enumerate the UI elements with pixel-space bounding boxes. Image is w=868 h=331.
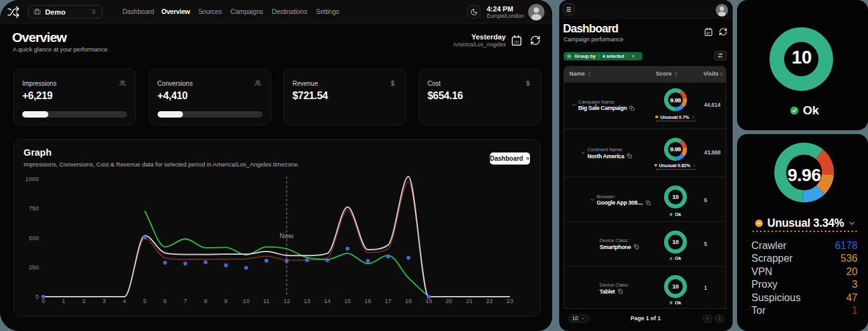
svg-text:14: 14 xyxy=(324,297,331,304)
svg-text:10: 10 xyxy=(243,297,250,304)
svg-text:2: 2 xyxy=(82,297,85,304)
svg-text:500: 500 xyxy=(29,234,39,241)
svg-text:7: 7 xyxy=(184,297,187,304)
svg-text:8: 8 xyxy=(204,297,207,304)
svg-text:9: 9 xyxy=(224,297,227,304)
svg-text:250: 250 xyxy=(29,264,39,271)
svg-text:5: 5 xyxy=(143,297,146,304)
svg-text:15: 15 xyxy=(344,297,351,304)
svg-text:750: 750 xyxy=(29,205,39,212)
svg-text:12: 12 xyxy=(283,297,290,304)
svg-text:22: 22 xyxy=(486,297,493,304)
svg-text:4: 4 xyxy=(123,297,126,304)
svg-text:16: 16 xyxy=(365,297,372,304)
svg-text:17: 17 xyxy=(385,297,392,304)
svg-text:23: 23 xyxy=(506,297,513,304)
svg-text:11: 11 xyxy=(263,297,269,304)
svg-text:13: 13 xyxy=(304,297,311,304)
svg-text:21: 21 xyxy=(466,297,473,304)
svg-text:1: 1 xyxy=(62,297,65,304)
svg-text:0: 0 xyxy=(36,293,39,300)
svg-text:3: 3 xyxy=(102,297,105,304)
svg-text:18: 18 xyxy=(405,297,412,304)
svg-text:1000: 1000 xyxy=(25,175,39,182)
svg-text:6: 6 xyxy=(163,297,166,304)
svg-text:20: 20 xyxy=(445,297,452,304)
svg-text:Now: Now xyxy=(280,232,294,240)
